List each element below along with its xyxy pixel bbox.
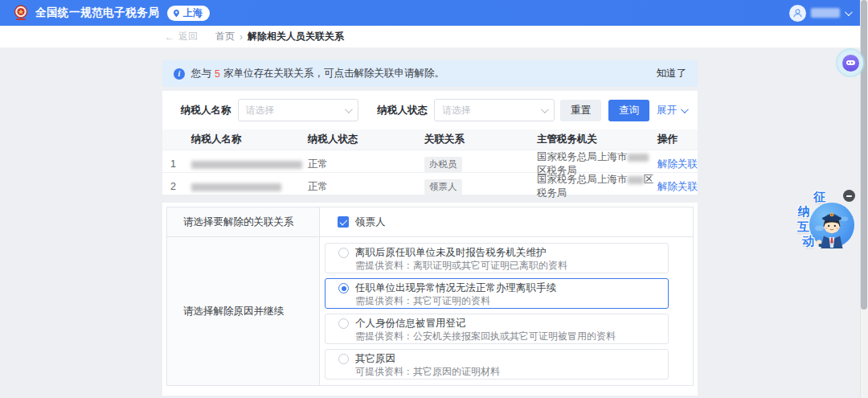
- assistant-char: 纳: [798, 204, 810, 220]
- chat-assistant-button[interactable]: [837, 50, 863, 76]
- col-header-name: 纳税人名称: [191, 133, 308, 146]
- row-status: 正常: [308, 180, 424, 194]
- app-title: 全国统一规范电子税务局: [35, 6, 159, 20]
- reason-select-row: 请选择解除原因并继续 离职后原任职单位未及时报告税务机关维护 需提供资料：离职证…: [167, 237, 693, 385]
- relation-select-row: 请选择要解除的关联关系 领票人: [167, 207, 693, 237]
- remove-relation-link[interactable]: 解除关联: [657, 180, 698, 194]
- reason-option-2-selected[interactable]: 任职单位出现异常情况无法正常办理离职手续 需提供资料：其它可证明的资料: [325, 278, 669, 309]
- banner-text-after: 家单位存在关联关系，可点击解除关联申请解除。: [223, 67, 444, 80]
- taxpayer-name-redacted: [191, 161, 302, 169]
- chevron-down-icon: [681, 105, 689, 113]
- relation-checkbox-label: 领票人: [355, 215, 386, 229]
- breadcrumb-bar: ← 返回 首页 › 解除相关人员关联关系: [0, 26, 868, 48]
- username-redacted: [811, 8, 840, 18]
- relation-checkbox[interactable]: [338, 216, 349, 228]
- breadcrumb-separator: ›: [240, 31, 243, 43]
- relation-badge: 领票人: [424, 179, 462, 195]
- info-icon: i: [174, 68, 185, 80]
- expand-label: 展开: [657, 104, 677, 117]
- breadcrumb-current: 解除相关人员关联关系: [248, 30, 344, 43]
- assistant-char: 征: [813, 190, 825, 205]
- filter-row: 纳税人名称 请选择 纳税人状态 请选择 重置 查询 展开: [181, 99, 686, 121]
- location-pin-icon: [172, 9, 181, 18]
- radio-icon: [338, 248, 349, 258]
- breadcrumb-home[interactable]: 首页: [215, 30, 235, 43]
- row-index: 1: [170, 158, 191, 170]
- table-row: 2 正常 领票人 国家税务总局上海市区税务局 解除关联: [162, 173, 698, 195]
- taxpayer-status-placeholder: 请选择: [442, 104, 541, 117]
- col-header-relation: 关联关系: [424, 133, 537, 146]
- banner-count: 5: [215, 68, 220, 80]
- person-icon: [792, 8, 803, 18]
- assistant-char: 动: [802, 234, 814, 249]
- back-arrow-icon: ←: [165, 31, 174, 43]
- taxpayer-name-redacted: [191, 183, 281, 191]
- reason-select-label: 请选择解除原因并继续: [167, 237, 320, 385]
- taxpayer-status-label: 纳税人状态: [378, 104, 428, 117]
- back-label: 返回: [178, 30, 198, 43]
- col-header-authority: 主管税务机关: [537, 133, 657, 146]
- taxpayer-name-placeholder: 请选择: [246, 104, 345, 117]
- relation-select-label: 请选择要解除的关联关系: [167, 207, 320, 236]
- tax-bureau-emblem-icon: [13, 5, 29, 21]
- reset-button[interactable]: 重置: [560, 100, 601, 121]
- table-header-row: 纳税人名称 纳税人状态 关联关系 主管税务机关 操作: [162, 129, 698, 150]
- top-bar: 全国统一规范电子税务局 上海: [0, 0, 868, 26]
- user-menu[interactable]: [789, 5, 855, 22]
- banner-text-before: 您与: [191, 67, 211, 80]
- minimize-button[interactable]: [843, 190, 855, 202]
- tax-officer-mascot[interactable]: [809, 202, 855, 248]
- location-switcher[interactable]: 上海: [167, 6, 210, 21]
- radio-icon: [338, 318, 349, 329]
- remove-relation-link[interactable]: 解除关联: [657, 158, 698, 171]
- chevron-down-icon: [845, 8, 853, 16]
- row-index: 2: [170, 181, 191, 192]
- banner-dismiss-button[interactable]: 知道了: [657, 67, 687, 80]
- scrollbar-thumb[interactable]: [861, 0, 867, 310]
- reason-option-4[interactable]: 其它原因 可提供资料：其它原因的证明材料: [325, 349, 669, 380]
- row-status: 正常: [308, 158, 424, 171]
- info-banner: i 您与 5 家单位存在关联关系，可点击解除关联申请解除。 知道了: [162, 60, 698, 87]
- relations-table: 纳税人名称 纳税人状态 关联关系 主管税务机关 操作 1 正常 办税员 国家税务…: [162, 129, 698, 195]
- radio-selected-icon: [338, 283, 349, 293]
- col-header-status: 纳税人状态: [308, 133, 424, 146]
- user-avatar: [789, 5, 806, 22]
- taxpayer-name-select[interactable]: 请选择: [238, 99, 358, 121]
- radio-icon: [338, 354, 349, 364]
- expand-toggle[interactable]: 展开: [657, 104, 686, 117]
- back-button[interactable]: ← 返回: [165, 30, 198, 43]
- assistant-char: 互: [797, 220, 809, 235]
- relation-badge: 办税员: [424, 157, 462, 172]
- search-button[interactable]: 查询: [608, 100, 649, 121]
- query-card: 纳税人名称 请选择 纳税人状态 请选择 重置 查询 展开 纳税人名称 纳税人状态…: [162, 91, 698, 195]
- location-label: 上海: [183, 6, 203, 20]
- robot-face-icon: [842, 55, 859, 72]
- table-row: 1 正常 办税员 国家税务总局上海市区税务局 解除关联: [162, 150, 698, 173]
- reason-option-1[interactable]: 离职后原任职单位未及时报告税务机关维护 需提供资料：离职证明或其它可证明已离职的…: [325, 243, 669, 273]
- taxpayer-status-select[interactable]: 请选择: [434, 99, 555, 121]
- removal-form-section: 请选择要解除的关联关系 领票人 请选择解除原因并继续 离职后原任职单位未及时报告…: [162, 203, 698, 396]
- reason-option-3[interactable]: 个人身份信息被冒用登记 需提供资料：公安机关接报案回执或其它可证明被冒用的资料: [325, 314, 669, 344]
- row-authority: 国家税务总局上海市区税务局: [537, 173, 657, 200]
- chevron-down-icon: [541, 105, 549, 113]
- interaction-assistant-widget: 征 纳 互 动: [792, 183, 868, 257]
- col-header-action: 操作: [657, 133, 698, 146]
- chevron-down-icon: [344, 105, 352, 113]
- taxpayer-name-label: 纳税人名称: [181, 104, 231, 117]
